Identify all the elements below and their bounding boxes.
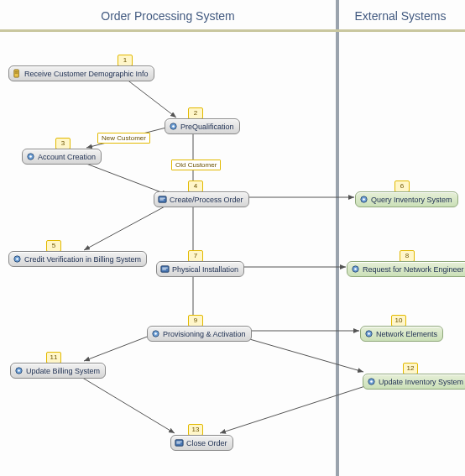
node-badge-9: 9 bbox=[188, 315, 203, 327]
gear-icon bbox=[367, 377, 376, 386]
node-label: Receive Customer Demographic Info bbox=[24, 70, 149, 78]
svg-point-24 bbox=[18, 369, 20, 372]
node-close-order[interactable]: Close Order bbox=[170, 435, 233, 451]
svg-rect-16 bbox=[162, 269, 166, 270]
svg-point-22 bbox=[368, 332, 370, 335]
receive-icon bbox=[13, 69, 22, 78]
svg-rect-15 bbox=[162, 268, 167, 269]
svg-point-4 bbox=[172, 125, 175, 128]
svg-rect-2 bbox=[15, 73, 18, 74]
node-badge-3: 3 bbox=[55, 138, 71, 149]
node-label: Close Order bbox=[186, 439, 227, 447]
node-label: Query Inventory System bbox=[371, 196, 452, 204]
gear-icon bbox=[359, 195, 368, 204]
svg-rect-1 bbox=[15, 71, 18, 72]
node-label: Provisioning & Activation bbox=[163, 330, 246, 338]
node-account-creation[interactable]: Account Creation bbox=[22, 149, 102, 165]
gear-icon bbox=[26, 152, 35, 161]
svg-rect-8 bbox=[159, 198, 165, 199]
svg-point-18 bbox=[354, 268, 357, 270]
lane-divider bbox=[336, 0, 339, 476]
node-credit-verification[interactable]: Credit Verification in Billing System bbox=[8, 251, 147, 267]
node-label: Credit Verification in Billing System bbox=[24, 255, 141, 264]
node-physical-installation[interactable]: Physical Installation bbox=[156, 261, 244, 277]
node-prequalification[interactable]: PreQualification bbox=[165, 118, 240, 134]
node-label: Network Elements bbox=[376, 330, 437, 338]
svg-rect-29 bbox=[176, 443, 180, 444]
lane-header-ops: Order Processing System bbox=[0, 0, 336, 32]
node-badge-12: 12 bbox=[403, 363, 418, 374]
node-request-engineer[interactable]: Request for Network Engineer visit bbox=[347, 261, 465, 277]
node-update-inventory[interactable]: Update Inventory System bbox=[363, 374, 465, 390]
node-label: Create/Process Order bbox=[170, 196, 243, 204]
svg-point-13 bbox=[363, 198, 365, 201]
gear-icon bbox=[169, 122, 178, 131]
node-label: PreQualification bbox=[180, 123, 234, 131]
form-icon bbox=[160, 264, 170, 274]
gear-icon bbox=[13, 254, 22, 264]
node-badge-8: 8 bbox=[400, 250, 415, 262]
node-label: Physical Installation bbox=[172, 265, 238, 274]
node-label: Account Creation bbox=[38, 153, 96, 161]
node-label: Update Billing System bbox=[26, 367, 100, 375]
svg-rect-9 bbox=[159, 200, 164, 201]
node-badge-4: 4 bbox=[188, 180, 203, 192]
form-icon bbox=[158, 195, 167, 204]
edge-label-new-customer: New Customer bbox=[97, 133, 150, 144]
edge-label-old-customer: Old Customer bbox=[171, 160, 221, 170]
node-create-process-order[interactable]: Create/Process Order bbox=[154, 191, 249, 207]
node-network-elements[interactable]: Network Elements bbox=[360, 326, 443, 342]
node-badge-10: 10 bbox=[391, 315, 406, 327]
gear-icon bbox=[14, 366, 24, 375]
node-badge-13: 13 bbox=[188, 424, 203, 436]
node-label: Update Inventory System bbox=[379, 378, 463, 386]
node-badge-11: 11 bbox=[46, 352, 61, 364]
node-badge-7: 7 bbox=[188, 250, 203, 262]
gear-icon bbox=[351, 264, 360, 274]
node-badge-2: 2 bbox=[188, 107, 203, 119]
node-provisioning-activation[interactable]: Provisioning & Activation bbox=[147, 326, 252, 342]
svg-point-6 bbox=[29, 155, 32, 158]
node-receive-customer-info[interactable]: Receive Customer Demographic Info bbox=[8, 65, 154, 81]
node-badge-5: 5 bbox=[46, 240, 61, 252]
node-badge-1: 1 bbox=[118, 55, 133, 66]
node-query-inventory[interactable]: Query Inventory System bbox=[355, 191, 458, 207]
lane-header-ext: External Systems bbox=[336, 0, 465, 32]
gear-icon bbox=[364, 329, 374, 338]
svg-point-26 bbox=[370, 380, 373, 383]
form-icon bbox=[175, 438, 184, 447]
svg-point-11 bbox=[16, 258, 18, 260]
svg-point-20 bbox=[154, 332, 157, 335]
node-label: Request for Network Engineer visit bbox=[363, 265, 465, 274]
node-update-billing[interactable]: Update Billing System bbox=[10, 363, 106, 379]
svg-rect-28 bbox=[176, 442, 181, 442]
gear-icon bbox=[151, 329, 160, 338]
node-badge-6: 6 bbox=[394, 180, 410, 192]
